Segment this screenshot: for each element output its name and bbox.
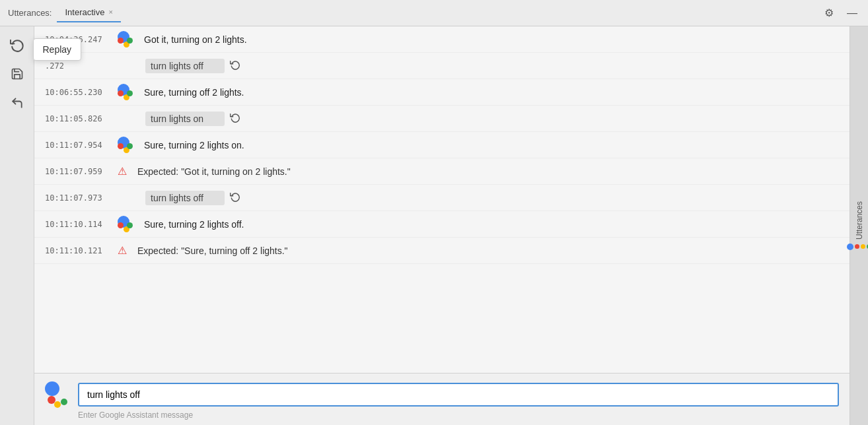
- utterance-box-4: turn lights on: [145, 112, 240, 126]
- timestamp-9: 10:11:10.121: [45, 246, 118, 255]
- replay-button[interactable]: Replay: [5, 33, 29, 57]
- google-assistant-icon: [45, 381, 71, 408]
- message-input[interactable]: [78, 383, 839, 407]
- conv-row-8: 10:11:10.114 Sure, turning 2 lights off.: [34, 211, 850, 238]
- replay-utterance-4-icon[interactable]: [230, 112, 240, 125]
- timestamp-2: .272: [45, 61, 118, 71]
- message-text-5: Sure, turning 2 lights on.: [144, 140, 839, 150]
- message-text-1: Got it, turning on 2 lights.: [144, 34, 839, 45]
- timestamp-3: 10:06:55.230: [45, 88, 118, 97]
- input-area: Enter Google Assistant message: [34, 373, 850, 425]
- main-window: Utterances: Interactive × ⚙ — Replay: [0, 0, 868, 425]
- avatar-1: [118, 31, 137, 48]
- title-label: Utterances:: [8, 8, 52, 18]
- utterance-text-2: turn lights off: [145, 59, 225, 73]
- conv-row-6: 10:11:07.959 ⚠ Expected: "Got it, turnin…: [34, 158, 850, 185]
- gear-button[interactable]: ⚙: [822, 5, 836, 20]
- tab-interactive-label: Interactive: [65, 7, 104, 17]
- expected-text-9: Expected: "Sure, turning off 2 lights.": [137, 245, 288, 256]
- avatar-3: [118, 84, 137, 101]
- message-text-8: Sure, turning 2 lights off.: [144, 219, 839, 230]
- title-bar-icons: ⚙ —: [822, 5, 860, 20]
- timestamp-4: 10:11:05.826: [45, 114, 118, 123]
- minimize-button[interactable]: —: [844, 6, 860, 20]
- conv-row-2: .272 turn lights off: [34, 53, 850, 79]
- replay-utterance-2-icon[interactable]: [230, 59, 240, 72]
- save-button[interactable]: [5, 62, 29, 86]
- title-bar: Utterances: Interactive × ⚙ —: [0, 0, 868, 26]
- error-icon-9: ⚠: [118, 244, 127, 257]
- conv-row-7: 10:11:07.973 turn lights off: [34, 185, 850, 211]
- utterances-icon: [847, 244, 868, 250]
- timestamp-8: 10:11:10.114: [45, 220, 118, 229]
- message-text-3: Sure, turning off 2 lights.: [144, 87, 839, 98]
- conv-row-4: 10:11:05.826 turn lights on: [34, 106, 850, 132]
- replay-tooltip: Replay: [33, 38, 82, 61]
- replay-utterance-7-icon[interactable]: [230, 191, 240, 204]
- input-hint: Enter Google Assistant message: [78, 410, 839, 420]
- timestamp-7: 10:11:07.973: [45, 193, 118, 203]
- tab-close-button[interactable]: ×: [108, 9, 112, 16]
- conv-row-1: 10:04:36.247 Got it, turning on 2 lights…: [34, 26, 850, 53]
- timestamp-6: 10:11:07.959: [45, 167, 118, 176]
- input-row: [45, 381, 839, 408]
- right-sidebar-label: Utterances: [855, 201, 864, 240]
- right-sidebar[interactable]: Utterances: [850, 26, 868, 425]
- error-icon-6: ⚠: [118, 165, 127, 178]
- conversation-list: 10:04:36.247 Got it, turning on 2 lights…: [34, 26, 850, 373]
- avatar-8: [118, 216, 137, 233]
- left-sidebar: Replay: [0, 26, 34, 425]
- utterance-box-7: turn lights off: [145, 191, 240, 205]
- utterance-text-7: turn lights off: [145, 191, 225, 205]
- utterance-text-4: turn lights on: [145, 112, 225, 126]
- timestamp-5: 10:11:07.954: [45, 141, 118, 150]
- conv-row-3: 10:06:55.230 Sure, turning off 2 lights.: [34, 79, 850, 106]
- undo-button[interactable]: [5, 91, 29, 115]
- avatar-5: [118, 137, 137, 154]
- conv-row-9: 10:11:10.121 ⚠ Expected: "Sure, turning …: [34, 238, 850, 264]
- utterances-tab[interactable]: Utterances: [844, 196, 868, 255]
- main-area: Replay 10:04:36: [0, 26, 868, 425]
- tab-interactive[interactable]: Interactive ×: [57, 3, 120, 22]
- conv-row-5: 10:11:07.954 Sure, turning 2 lights on.: [34, 132, 850, 158]
- utterance-box-2: turn lights off: [145, 59, 240, 73]
- expected-text-6: Expected: "Got it, turning on 2 lights.": [137, 166, 291, 177]
